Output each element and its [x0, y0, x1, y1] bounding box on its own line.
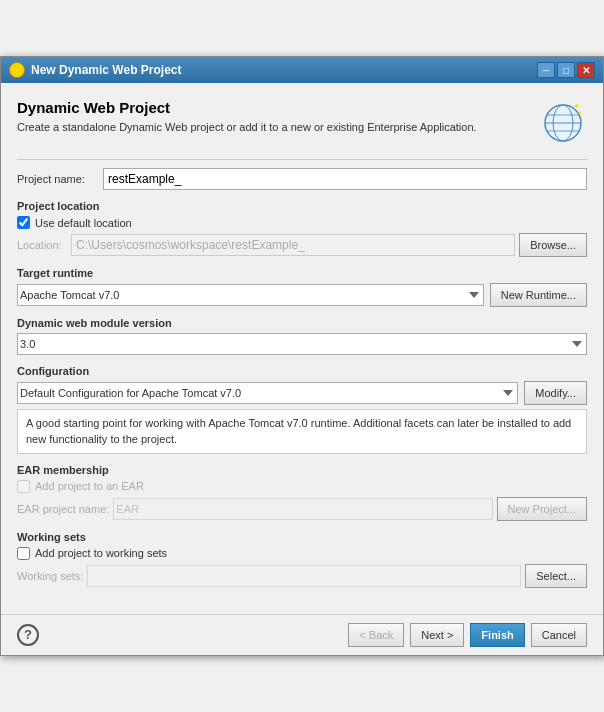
cancel-button[interactable]: Cancel [531, 623, 587, 647]
add-to-working-sets-row: Add project to working sets [17, 547, 587, 560]
title-bar-left: New Dynamic Web Project [9, 62, 182, 78]
project-name-input[interactable] [103, 168, 587, 190]
add-to-ear-label: Add project to an EAR [35, 480, 144, 492]
help-button[interactable]: ? [17, 624, 39, 646]
configuration-description: A good starting point for working with A… [17, 409, 587, 454]
new-project-button[interactable]: New Project... [497, 497, 587, 521]
ear-project-name-row: EAR project name: EAR New Project... [17, 497, 587, 521]
window: New Dynamic Web Project ─ □ ✕ Dynamic We… [0, 56, 604, 656]
bottom-buttons: < Back Next > Finish Cancel [348, 623, 587, 647]
next-button[interactable]: Next > [410, 623, 464, 647]
svg-text:✦: ✦ [577, 110, 582, 116]
working-sets-label: Working sets: [17, 570, 83, 582]
working-sets-title: Working sets [17, 531, 587, 543]
ear-project-select: EAR [113, 498, 492, 520]
ear-project-name-label: EAR project name: [17, 503, 109, 515]
target-runtime-row: Apache Tomcat v7.0 New Runtime... [17, 283, 587, 307]
browse-button[interactable]: Browse... [519, 233, 587, 257]
location-row: Location: Browse... [17, 233, 587, 257]
minimize-button[interactable]: ─ [537, 62, 555, 78]
project-location-section: Project location Use default location Lo… [17, 200, 587, 257]
location-input [71, 234, 515, 256]
ear-membership-title: EAR membership [17, 464, 587, 476]
configuration-row: Default Configuration for Apache Tomcat … [17, 381, 587, 405]
target-runtime-section: Target runtime Apache Tomcat v7.0 New Ru… [17, 267, 587, 307]
title-bar: New Dynamic Web Project ─ □ ✕ [1, 57, 603, 83]
page-description: Create a standalone Dynamic Web project … [17, 120, 477, 135]
working-sets-section: Working sets Add project to working sets… [17, 531, 587, 588]
web-module-version-row: 3.0 [17, 333, 587, 355]
title-buttons: ─ □ ✕ [537, 62, 595, 78]
maximize-button[interactable]: □ [557, 62, 575, 78]
close-button[interactable]: ✕ [577, 62, 595, 78]
configuration-select[interactable]: Default Configuration for Apache Tomcat … [17, 382, 518, 404]
working-sets-row: Working sets: Select... [17, 564, 587, 588]
target-runtime-select[interactable]: Apache Tomcat v7.0 [17, 284, 484, 306]
configuration-section: Configuration Default Configuration for … [17, 365, 587, 454]
back-button[interactable]: < Back [348, 623, 404, 647]
bottom-bar: ? < Back Next > Finish Cancel [1, 614, 603, 655]
page-header: Dynamic Web Project Create a standalone … [17, 99, 587, 147]
header-divider [17, 159, 587, 160]
working-sets-select [87, 565, 521, 587]
add-to-ear-checkbox[interactable] [17, 480, 30, 493]
page-title: Dynamic Web Project [17, 99, 477, 116]
project-location-title: Project location [17, 200, 587, 212]
web-module-version-section: Dynamic web module version 3.0 [17, 317, 587, 355]
add-to-working-sets-label: Add project to working sets [35, 547, 167, 559]
window-icon [9, 62, 25, 78]
web-module-version-title: Dynamic web module version [17, 317, 587, 329]
use-default-location-checkbox[interactable] [17, 216, 30, 229]
use-default-location-label: Use default location [35, 217, 132, 229]
web-module-version-select[interactable]: 3.0 [17, 333, 587, 355]
location-label: Location: [17, 239, 67, 251]
modify-button[interactable]: Modify... [524, 381, 587, 405]
finish-button[interactable]: Finish [470, 623, 524, 647]
new-runtime-button[interactable]: New Runtime... [490, 283, 587, 307]
ear-membership-section: EAR membership Add project to an EAR EAR… [17, 464, 587, 521]
add-to-ear-row: Add project to an EAR [17, 480, 587, 493]
globe-icon: ✦ ✦ [539, 99, 587, 147]
select-working-sets-button[interactable]: Select... [525, 564, 587, 588]
window-title: New Dynamic Web Project [31, 63, 182, 77]
target-runtime-title: Target runtime [17, 267, 587, 279]
page-header-text: Dynamic Web Project Create a standalone … [17, 99, 477, 135]
add-to-working-sets-checkbox[interactable] [17, 547, 30, 560]
project-name-label: Project name: [17, 173, 97, 185]
use-default-location-row: Use default location [17, 216, 587, 229]
configuration-title: Configuration [17, 365, 587, 377]
dialog-content: Dynamic Web Project Create a standalone … [1, 83, 603, 614]
project-name-row: Project name: [17, 168, 587, 190]
